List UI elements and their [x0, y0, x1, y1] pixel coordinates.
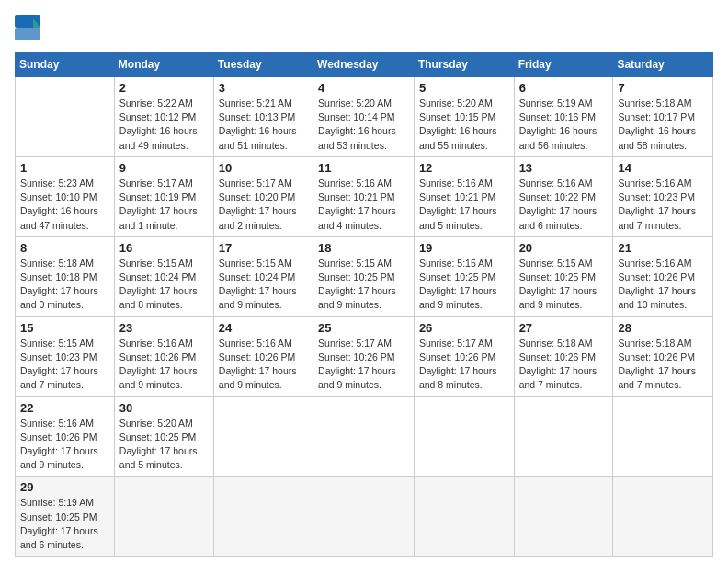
calendar-cell: 3Sunrise: 5:21 AM Sunset: 10:13 PM Dayli… — [213, 77, 313, 157]
calendar-cell — [213, 396, 313, 477]
calendar-cell: 11Sunrise: 5:16 AM Sunset: 10:21 PM Dayl… — [313, 156, 415, 236]
calendar-cell: 30Sunrise: 5:20 AM Sunset: 10:25 PM Dayl… — [114, 396, 213, 477]
header-thursday: Thursday — [414, 52, 514, 77]
day-number: 25 — [318, 321, 409, 335]
calendar-cell — [514, 477, 613, 557]
calendar-cell: 9Sunrise: 5:17 AM Sunset: 10:19 PM Dayli… — [114, 156, 213, 236]
header-wednesday: Wednesday — [313, 52, 415, 77]
day-number: 26 — [419, 321, 509, 335]
calendar-cell: 20Sunrise: 5:15 AM Sunset: 10:25 PM Dayl… — [514, 236, 613, 316]
day-number: 24 — [219, 321, 308, 335]
logo-icon — [15, 15, 40, 40]
header-saturday: Saturday — [613, 52, 713, 77]
day-number: 1 — [20, 161, 109, 175]
day-number: 10 — [219, 161, 308, 175]
day-number: 21 — [618, 241, 708, 255]
day-info: Sunrise: 5:15 AM Sunset: 10:23 PM Daylig… — [20, 337, 109, 393]
calendar-cell — [613, 396, 713, 477]
day-number: 17 — [219, 241, 308, 255]
calendar-cell: 16Sunrise: 5:15 AM Sunset: 10:24 PM Dayl… — [114, 236, 213, 316]
day-info: Sunrise: 5:22 AM Sunset: 10:12 PM Daylig… — [119, 97, 209, 153]
day-info: Sunrise: 5:20 AM Sunset: 10:15 PM Daylig… — [419, 97, 509, 153]
calendar-cell: 27Sunrise: 5:18 AM Sunset: 10:26 PM Dayl… — [514, 316, 613, 396]
page-header — [15, 15, 713, 40]
calendar-cell: 12Sunrise: 5:16 AM Sunset: 10:21 PM Dayl… — [414, 156, 514, 236]
calendar-cell: 25Sunrise: 5:17 AM Sunset: 10:26 PM Dayl… — [313, 316, 415, 396]
day-info: Sunrise: 5:17 AM Sunset: 10:19 PM Daylig… — [119, 177, 209, 233]
day-info: Sunrise: 5:16 AM Sunset: 10:26 PM Daylig… — [618, 257, 708, 313]
day-number: 5 — [419, 81, 509, 95]
day-info: Sunrise: 5:23 AM Sunset: 10:10 PM Daylig… — [20, 177, 109, 233]
day-number: 23 — [119, 321, 209, 335]
day-number: 12 — [419, 161, 509, 175]
calendar-cell: 2Sunrise: 5:22 AM Sunset: 10:12 PM Dayli… — [114, 77, 213, 157]
calendar-cell: 19Sunrise: 5:15 AM Sunset: 10:25 PM Dayl… — [414, 236, 514, 316]
calendar-cell — [114, 477, 213, 557]
day-number: 20 — [519, 241, 609, 255]
day-number: 7 — [618, 81, 708, 95]
day-info: Sunrise: 5:18 AM Sunset: 10:26 PM Daylig… — [519, 337, 609, 393]
day-number: 29 — [20, 480, 109, 494]
day-info: Sunrise: 5:16 AM Sunset: 10:26 PM Daylig… — [219, 337, 308, 393]
svg-rect-1 — [15, 28, 40, 40]
calendar-cell: 26Sunrise: 5:17 AM Sunset: 10:26 PM Dayl… — [414, 316, 514, 396]
day-info: Sunrise: 5:18 AM Sunset: 10:26 PM Daylig… — [618, 337, 708, 393]
day-info: Sunrise: 5:15 AM Sunset: 10:25 PM Daylig… — [318, 257, 409, 313]
day-number: 8 — [20, 241, 109, 255]
day-info: Sunrise: 5:16 AM Sunset: 10:21 PM Daylig… — [419, 177, 509, 233]
day-info: Sunrise: 5:15 AM Sunset: 10:25 PM Daylig… — [519, 257, 609, 313]
calendar-cell: 29Sunrise: 5:19 AM Sunset: 10:25 PM Dayl… — [16, 477, 115, 557]
day-info: Sunrise: 5:18 AM Sunset: 10:18 PM Daylig… — [20, 257, 109, 313]
day-number: 4 — [318, 81, 409, 95]
week-row-3: 8Sunrise: 5:18 AM Sunset: 10:18 PM Dayli… — [16, 236, 713, 316]
day-number: 11 — [318, 161, 409, 175]
logo — [15, 15, 44, 40]
day-info: Sunrise: 5:17 AM Sunset: 10:26 PM Daylig… — [318, 337, 409, 393]
day-number: 15 — [20, 321, 109, 335]
calendar-cell: 22Sunrise: 5:16 AM Sunset: 10:26 PM Dayl… — [16, 396, 115, 477]
calendar-cell: 8Sunrise: 5:18 AM Sunset: 10:18 PM Dayli… — [16, 236, 115, 316]
day-number: 3 — [219, 81, 308, 95]
day-number: 22 — [20, 401, 109, 415]
week-row-4: 15Sunrise: 5:15 AM Sunset: 10:23 PM Dayl… — [16, 316, 713, 396]
day-info: Sunrise: 5:18 AM Sunset: 10:17 PM Daylig… — [618, 97, 708, 153]
calendar-cell: 24Sunrise: 5:16 AM Sunset: 10:26 PM Dayl… — [213, 316, 313, 396]
day-info: Sunrise: 5:15 AM Sunset: 10:25 PM Daylig… — [419, 257, 509, 313]
calendar-cell — [613, 477, 713, 557]
day-info: Sunrise: 5:20 AM Sunset: 10:14 PM Daylig… — [318, 97, 409, 153]
day-number: 14 — [618, 161, 708, 175]
calendar-cell — [313, 396, 415, 477]
day-info: Sunrise: 5:17 AM Sunset: 10:20 PM Daylig… — [219, 177, 308, 233]
day-number: 16 — [119, 241, 209, 255]
day-number: 2 — [119, 81, 209, 95]
day-number: 6 — [519, 81, 609, 95]
week-row-1: 2Sunrise: 5:22 AM Sunset: 10:12 PM Dayli… — [16, 77, 713, 157]
header-sunday: Sunday — [16, 52, 115, 77]
week-row-6: 29Sunrise: 5:19 AM Sunset: 10:25 PM Dayl… — [16, 477, 713, 557]
calendar-cell: 6Sunrise: 5:19 AM Sunset: 10:16 PM Dayli… — [514, 77, 613, 157]
day-number: 13 — [519, 161, 609, 175]
day-info: Sunrise: 5:16 AM Sunset: 10:21 PM Daylig… — [318, 177, 409, 233]
calendar-cell: 13Sunrise: 5:16 AM Sunset: 10:22 PM Dayl… — [514, 156, 613, 236]
calendar-cell: 1Sunrise: 5:23 AM Sunset: 10:10 PM Dayli… — [16, 156, 115, 236]
calendar-cell — [16, 77, 115, 157]
day-info: Sunrise: 5:21 AM Sunset: 10:13 PM Daylig… — [219, 97, 308, 153]
day-number: 19 — [419, 241, 509, 255]
calendar-cell — [313, 477, 415, 557]
header-monday: Monday — [114, 52, 213, 77]
calendar-cell: 14Sunrise: 5:16 AM Sunset: 10:23 PM Dayl… — [613, 156, 713, 236]
calendar-cell: 28Sunrise: 5:18 AM Sunset: 10:26 PM Dayl… — [613, 316, 713, 396]
calendar-cell: 10Sunrise: 5:17 AM Sunset: 10:20 PM Dayl… — [213, 156, 313, 236]
week-row-2: 1Sunrise: 5:23 AM Sunset: 10:10 PM Dayli… — [16, 156, 713, 236]
day-info: Sunrise: 5:19 AM Sunset: 10:25 PM Daylig… — [20, 496, 109, 552]
header-friday: Friday — [514, 52, 613, 77]
day-number: 28 — [618, 321, 708, 335]
calendar-cell: 5Sunrise: 5:20 AM Sunset: 10:15 PM Dayli… — [414, 77, 514, 157]
day-number: 30 — [119, 401, 209, 415]
day-info: Sunrise: 5:16 AM Sunset: 10:26 PM Daylig… — [119, 337, 209, 393]
calendar-cell: 23Sunrise: 5:16 AM Sunset: 10:26 PM Dayl… — [114, 316, 213, 396]
calendar-cell: 15Sunrise: 5:15 AM Sunset: 10:23 PM Dayl… — [16, 316, 115, 396]
day-info: Sunrise: 5:15 AM Sunset: 10:24 PM Daylig… — [119, 257, 209, 313]
day-info: Sunrise: 5:16 AM Sunset: 10:22 PM Daylig… — [519, 177, 609, 233]
calendar-cell: 4Sunrise: 5:20 AM Sunset: 10:14 PM Dayli… — [313, 77, 415, 157]
